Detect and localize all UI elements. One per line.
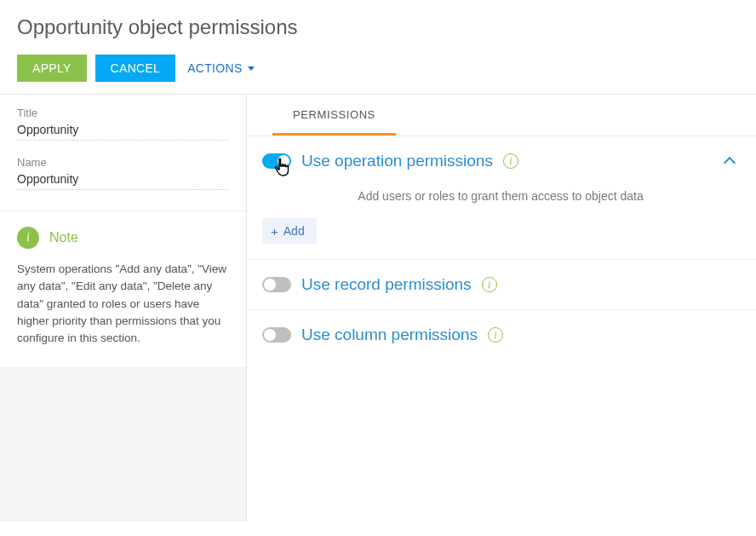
column-permissions-header: Use column permissions i	[262, 326, 739, 344]
add-button[interactable]: + Add	[262, 218, 317, 244]
tab-permissions[interactable]: PERMISSIONS	[272, 95, 396, 135]
operation-permissions-title: Use operation permissions	[301, 152, 493, 170]
chevron-up-icon[interactable]	[724, 157, 736, 169]
cancel-button[interactable]: CANCEL	[95, 55, 176, 82]
info-icon[interactable]: i	[503, 153, 518, 169]
actions-label: ACTIONS	[187, 61, 242, 75]
title-field: Title Opportunity	[17, 107, 229, 141]
note-block: i Note System operations "Add any data",…	[0, 211, 246, 368]
info-icon[interactable]: i	[488, 327, 503, 343]
operation-permissions-header: Use operation permissions i	[262, 152, 739, 170]
page-title: Opportunity object permissions	[17, 15, 739, 39]
name-field: Name Opportunity	[17, 156, 229, 190]
panel-filler	[0, 368, 246, 522]
column-permissions-toggle[interactable]	[262, 327, 291, 343]
form-block: Title Opportunity Name Opportunity	[0, 95, 246, 211]
note-text: System operations "Add any data", "View …	[17, 261, 229, 347]
operation-permissions-toggle[interactable]	[262, 153, 291, 169]
actions-dropdown[interactable]: ACTIONS	[184, 55, 257, 82]
main-layout: Title Opportunity Name Opportunity i Not…	[0, 94, 756, 522]
toggle-knob	[264, 329, 276, 341]
operation-help-text: Add users or roles to grant them access …	[262, 189, 739, 203]
name-input[interactable]: Opportunity	[17, 172, 229, 190]
right-panel: PERMISSIONS Use operation permissions i …	[247, 95, 756, 522]
toggle-knob	[264, 279, 276, 291]
column-permissions-title: Use column permissions	[301, 326, 478, 344]
note-header: i Note	[17, 227, 229, 249]
toggle-knob	[278, 155, 289, 167]
plus-icon: +	[271, 225, 278, 238]
apply-button[interactable]: APPLY	[17, 55, 87, 82]
operation-permissions-section: Use operation permissions i Add users or…	[247, 136, 756, 260]
column-permissions-section: Use column permissions i	[247, 310, 756, 360]
name-label: Name	[17, 156, 229, 169]
record-permissions-title: Use record permissions	[301, 275, 472, 294]
title-input[interactable]: Opportunity	[17, 123, 229, 141]
add-label: Add	[284, 224, 305, 238]
caret-down-icon	[248, 66, 255, 71]
page-header: Opportunity object permissions APPLY CAN…	[0, 0, 756, 94]
record-permissions-section: Use record permissions i	[247, 260, 756, 310]
info-icon[interactable]: i	[482, 277, 497, 292]
operation-permissions-body: Add users or roles to grant them access …	[262, 170, 739, 244]
tab-bar: PERMISSIONS	[247, 95, 756, 136]
record-permissions-header: Use record permissions i	[262, 275, 739, 294]
left-panel: Title Opportunity Name Opportunity i Not…	[0, 95, 247, 522]
record-permissions-toggle[interactable]	[262, 277, 291, 292]
title-label: Title	[17, 107, 229, 119]
info-icon: i	[17, 227, 39, 249]
toolbar: APPLY CANCEL ACTIONS	[17, 55, 739, 82]
note-heading: Note	[49, 230, 78, 245]
